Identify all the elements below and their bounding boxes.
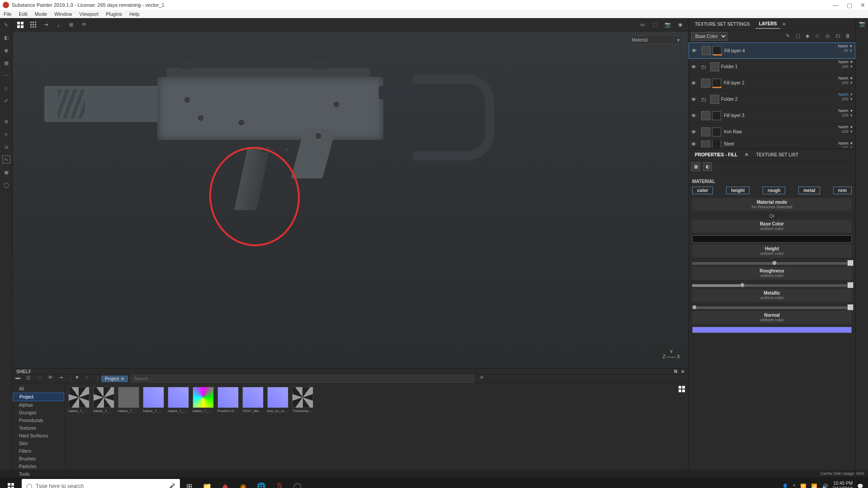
shelf-cat-filters[interactable]: Filters bbox=[13, 447, 64, 455]
layer-row[interactable]: 👁🗀Folder 2Norm ▾100 ▾ bbox=[689, 91, 855, 108]
symmetry-icon[interactable]: ⇥ bbox=[42, 21, 50, 29]
camera-capture-icon[interactable]: 📷 bbox=[859, 21, 865, 27]
taskbar-blender-icon[interactable]: ◉ bbox=[234, 477, 252, 488]
add-view-icon[interactable]: ⊞ bbox=[67, 21, 75, 29]
viewport-grid9-icon[interactable] bbox=[29, 21, 37, 29]
delete-layer-icon[interactable]: 🗑 bbox=[845, 33, 853, 40]
clone-tool-icon[interactable]: ⎌ bbox=[2, 84, 10, 92]
taskbar-app2-icon[interactable]: ◯ bbox=[288, 477, 307, 488]
refresh-icon[interactable]: ⟳ bbox=[80, 21, 88, 29]
add-folder-icon[interactable]: 🗀 bbox=[835, 33, 843, 40]
bake-icon[interactable]: ≡ bbox=[2, 130, 10, 138]
shelf-cat-hard-surfaces[interactable]: Hard Surfaces bbox=[13, 432, 64, 440]
ps-icon[interactable]: Ps bbox=[2, 155, 10, 164]
shelf-thumb[interactable]: bakes_7_13_... bbox=[68, 387, 90, 413]
tab-texture-set-settings[interactable]: TEXTURE SET SETTINGS bbox=[691, 20, 754, 28]
layer-visibility-icon[interactable]: 👁 bbox=[691, 64, 698, 70]
maximize-icon[interactable]: ▢ bbox=[847, 2, 852, 9]
3d-viewport[interactable]: Material ▾ Y Z —— X bbox=[13, 32, 688, 368]
shelf-thumb[interactable]: bakes_7_13_... bbox=[118, 387, 139, 413]
projection-tool-icon[interactable]: ◉ bbox=[2, 46, 10, 54]
layer-meta[interactable]: Norm ▾100 ▾ bbox=[839, 125, 853, 134]
shelf-filter-icon[interactable]: ▼ bbox=[75, 375, 83, 383]
shelf-thumb[interactable]: Position De... bbox=[217, 387, 239, 413]
tab-properties-fill[interactable]: PROPERTIES - FILL bbox=[691, 150, 741, 159]
wifi-icon[interactable]: 📶 bbox=[811, 483, 817, 488]
layer-row[interactable]: 👁🗀Folder 1Norm ▾100 ▾ bbox=[689, 59, 855, 75]
rough-slider[interactable] bbox=[692, 284, 852, 287]
shelf-thumb[interactable]: bakes_7_13_... bbox=[93, 387, 114, 413]
shelf-thumb[interactable]: Thickness ... bbox=[292, 387, 313, 413]
material-mode-block[interactable]: Material mode No Resource Selected bbox=[692, 198, 852, 211]
menu-edit[interactable]: Edit bbox=[19, 11, 28, 17]
shelf-thumb[interactable]: bakes_7_13_... bbox=[168, 387, 189, 413]
menu-help[interactable]: Help bbox=[129, 11, 140, 17]
shelf-thumb[interactable]: bakes_7_13_... bbox=[193, 387, 214, 413]
layer-meta[interactable]: Norm ▾100 ▾ bbox=[839, 108, 853, 117]
menu-file[interactable]: File bbox=[4, 11, 12, 17]
shelf-thumb[interactable]: test_no_cre... bbox=[267, 387, 288, 413]
normal-swatch[interactable] bbox=[692, 327, 852, 333]
start-button[interactable] bbox=[0, 477, 22, 488]
chip-close-icon[interactable]: ✕ bbox=[121, 376, 124, 381]
shelf-gridview-icon[interactable] bbox=[679, 386, 685, 392]
shelf-cat-alphas[interactable]: Alphas bbox=[13, 401, 64, 409]
layer-meta[interactable]: Norm ▾70 ▾ bbox=[838, 44, 853, 53]
menu-viewport[interactable]: Viewport bbox=[79, 11, 99, 17]
shelf-cat-all[interactable]: All bbox=[13, 385, 64, 393]
channel-rough[interactable]: rough bbox=[763, 187, 785, 194]
layer-visibility-icon[interactable]: 👁 bbox=[691, 113, 698, 118]
taskbar-chrome-icon[interactable]: 🌐 bbox=[252, 477, 270, 488]
people-icon[interactable]: 👤 bbox=[782, 483, 788, 488]
shelf-cat-skin[interactable]: Skin bbox=[13, 440, 64, 447]
material-dropdown[interactable]: Material ▾ bbox=[628, 35, 683, 44]
layer-row[interactable]: 👁Fill layer 3Norm ▾100 ▾ bbox=[689, 108, 855, 124]
shelf-search-icon[interactable]: ○ bbox=[85, 375, 94, 383]
close-icon[interactable]: ✕ bbox=[860, 2, 865, 9]
layer-visibility-icon[interactable]: 👁 bbox=[692, 48, 699, 53]
tab-texture-set-list[interactable]: TEXTURE SET LIST bbox=[752, 150, 802, 159]
shelf-eye-icon[interactable]: 👁 bbox=[48, 375, 56, 383]
layer-visibility-icon[interactable]: 👁 bbox=[691, 80, 698, 86]
minimize-icon[interactable]: — bbox=[833, 2, 839, 9]
shelf-new-icon[interactable]: ⊡ bbox=[26, 375, 34, 383]
layer-meta[interactable]: Norm ▾100 ▾ bbox=[839, 92, 853, 101]
shelf-thumb[interactable]: bakes_7_13_... bbox=[143, 387, 164, 413]
layer-meta[interactable]: Norm ▾100 ▾ bbox=[839, 76, 853, 85]
shelf-cat-project[interactable]: Project bbox=[13, 393, 64, 401]
eraser-tool-icon[interactable]: ◧ bbox=[2, 33, 10, 42]
channel-metal[interactable]: metal bbox=[798, 187, 820, 194]
layer-visibility-icon[interactable]: 👁 bbox=[691, 97, 698, 102]
shelf-import-icon[interactable]: ⇥ bbox=[59, 375, 67, 383]
taskbar-explorer-icon[interactable]: 📁 bbox=[198, 477, 216, 488]
tray-up-icon[interactable]: ^ bbox=[793, 483, 795, 488]
iray-icon[interactable]: ▣ bbox=[2, 168, 10, 176]
settings-icon[interactable]: ⚙ bbox=[2, 117, 10, 126]
layer-visibility-icon[interactable]: 👁 bbox=[691, 141, 698, 147]
camera-icon[interactable]: 📷 bbox=[664, 21, 672, 29]
prop-tab-close-icon[interactable]: ✕ bbox=[745, 152, 749, 158]
task-view-icon[interactable]: ⊞ bbox=[180, 477, 198, 488]
menu-mode[interactable]: Mode bbox=[35, 11, 47, 17]
smudge-tool-icon[interactable]: 〰 bbox=[2, 71, 10, 80]
hide-mesh-icon[interactable]: ▭ bbox=[638, 21, 646, 29]
taskbar-clock[interactable]: 10:45 PM 7/13/2019 bbox=[833, 481, 853, 488]
height-slider[interactable] bbox=[692, 262, 852, 265]
channel-color[interactable]: color bbox=[692, 187, 713, 194]
resource-icon[interactable]: ◯ bbox=[2, 181, 10, 189]
export-icon[interactable]: ⇲ bbox=[2, 143, 10, 151]
shelf-search-input[interactable] bbox=[131, 375, 474, 383]
add-layer-icon[interactable]: ◎ bbox=[826, 33, 833, 40]
layer-row[interactable]: 👁Fill layer 4Norm ▾70 ▾ bbox=[689, 42, 855, 59]
menu-plugins[interactable]: Plugins bbox=[106, 11, 122, 17]
shelf-cat-particles[interactable]: Particles bbox=[13, 463, 64, 470]
taskbar-substance-icon[interactable]: S bbox=[270, 477, 288, 488]
channel-height[interactable]: height bbox=[726, 187, 750, 194]
shelf-folder-icon[interactable]: ▬ bbox=[15, 375, 24, 383]
taskbar-search[interactable]: ◯ Type here to search 🎤 bbox=[22, 479, 180, 488]
add-smartmat-icon[interactable]: ◆ bbox=[806, 33, 813, 40]
shelf-close-icon[interactable]: ✕ bbox=[681, 369, 684, 374]
channel-nrm[interactable]: nrm bbox=[833, 187, 852, 194]
volume-icon[interactable]: 🔊 bbox=[822, 483, 828, 488]
shelf-cat-brushes[interactable]: Brushes bbox=[13, 455, 64, 463]
